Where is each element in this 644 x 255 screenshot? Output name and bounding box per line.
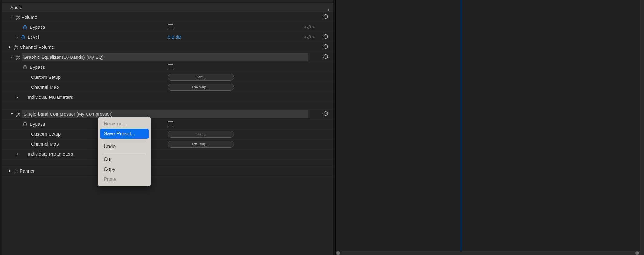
effect-name-compressor[interactable]: Single-band Compressor (My Compressor) — [22, 110, 308, 118]
effect-row-panner[interactable]: fx Panner — [2, 166, 333, 176]
effect-row-compressor[interactable]: fx Single-band Compressor (My Compressor… — [2, 109, 333, 119]
param-label: Bypass — [30, 64, 45, 70]
param-label: Channel Map — [31, 141, 59, 147]
reset-icon[interactable] — [323, 43, 329, 51]
ctx-cut[interactable]: Cut — [100, 154, 149, 164]
effect-row-eq[interactable]: fx Graphic Equalizer (10 Bands) (My EQ) … — [2, 52, 333, 62]
param-label: Channel Map — [31, 84, 59, 90]
effect-row-channel-volume[interactable]: fx Channel Volume — [2, 42, 333, 52]
ctx-separator — [103, 140, 146, 140]
stopwatch-icon-off[interactable] — [22, 121, 28, 127]
effect-menu-icon[interactable]: ▾ — [326, 112, 328, 115]
timeline-zoom-scroll[interactable] — [336, 251, 640, 255]
param-label: Level — [28, 34, 39, 40]
twisty-comp[interactable] — [9, 112, 15, 116]
fx-icon-dim[interactable]: fx — [13, 168, 20, 174]
param-label: Custom Setup — [31, 74, 61, 80]
twisty-eq[interactable] — [9, 56, 15, 59]
ctx-copy[interactable]: Copy — [100, 164, 149, 174]
zoom-handle-right[interactable] — [635, 251, 639, 255]
effect-menu-icon[interactable]: ▾ — [326, 56, 328, 58]
effect-controls-panel: Audio ▲ fx Volume Bypass ◀ ▶ — [2, 0, 333, 255]
param-label: Bypass — [30, 121, 45, 127]
param-row-comp-bypass: Bypass — [2, 119, 333, 129]
prev-keyframe-icon[interactable]: ◀ — [303, 25, 306, 29]
svg-rect-7 — [24, 65, 26, 66]
bypass-checkbox[interactable] — [168, 121, 173, 127]
param-row-volume-bypass: Bypass ◀ ▶ — [2, 22, 333, 32]
ctx-separator — [103, 153, 146, 153]
fx-icon[interactable]: fx — [15, 54, 22, 60]
param-row-eq-bypass: Bypass — [2, 62, 333, 72]
row-stub — [2, 0, 333, 3]
add-keyframe-icon[interactable] — [307, 25, 311, 29]
scroll-up-icon[interactable]: ▲ — [327, 8, 330, 12]
stopwatch-icon[interactable] — [22, 24, 28, 30]
prev-keyframe-icon[interactable]: ◀ — [303, 35, 306, 39]
svg-rect-1 — [24, 25, 26, 26]
reset-icon[interactable] — [323, 110, 329, 118]
edit-button[interactable]: Edit... — [168, 131, 234, 138]
next-keyframe-icon[interactable]: ▶ — [313, 35, 315, 39]
fx-icon[interactable]: fx — [15, 111, 22, 117]
timeline-right-strip — [640, 0, 644, 255]
param-label: Individual Parameters — [28, 151, 73, 157]
reset-icon[interactable] — [323, 13, 329, 21]
param-label: Custom Setup — [31, 131, 61, 137]
param-row-volume-level: Level 0.0 dB ◀ ▶ — [2, 32, 333, 42]
effect-name-eq[interactable]: Graphic Equalizer (10 Bands) (My EQ) — [22, 53, 308, 61]
reset-icon[interactable] — [323, 53, 329, 61]
timeline-area[interactable] — [336, 0, 644, 255]
twisty-level[interactable] — [15, 36, 20, 39]
param-row-comp-custom-setup: Custom Setup Edit... — [2, 129, 333, 139]
param-row-eq-individual[interactable]: Individual Parameters — [2, 92, 333, 102]
effect-name: Panner — [20, 168, 35, 173]
context-menu: Rename... Save Preset... Undo Cut Copy P… — [98, 117, 151, 186]
effect-row-volume[interactable]: fx Volume — [2, 12, 333, 22]
ctx-undo[interactable]: Undo — [100, 142, 149, 152]
audio-label: Audio — [9, 5, 22, 10]
spacer-row — [2, 159, 333, 166]
ctx-rename: Rename... — [100, 119, 149, 129]
param-row-eq-channel-map: Channel Map Re-map... — [2, 82, 333, 92]
twisty-individual[interactable] — [15, 96, 20, 99]
remap-button[interactable]: Re-map... — [168, 84, 234, 91]
param-row-comp-channel-map: Channel Map Re-map... — [2, 139, 333, 149]
bypass-checkbox[interactable] — [168, 24, 173, 30]
stopwatch-icon-off[interactable] — [22, 64, 28, 70]
add-keyframe-icon[interactable] — [307, 35, 311, 39]
ctx-save-preset[interactable]: Save Preset... — [100, 129, 149, 139]
ctx-paste: Paste — [100, 174, 149, 184]
zoom-handle-left[interactable] — [336, 251, 340, 255]
audio-section-header[interactable]: Audio ▲ — [2, 3, 333, 12]
svg-rect-10 — [24, 122, 26, 122]
spacer-row — [2, 102, 333, 109]
edit-button[interactable]: Edit... — [168, 74, 234, 81]
bypass-checkbox[interactable] — [168, 64, 173, 70]
twisty-individual[interactable] — [15, 152, 20, 156]
twisty-panner[interactable] — [7, 169, 13, 172]
playhead-indicator[interactable] — [461, 0, 461, 255]
level-value[interactable]: 0.0 dB — [168, 34, 181, 40]
twisty-volume[interactable] — [9, 16, 15, 19]
next-keyframe-icon[interactable]: ▶ — [313, 25, 315, 29]
keyframe-nav[interactable]: ◀ ▶ — [303, 25, 315, 29]
twisty-channel-volume[interactable] — [7, 46, 13, 49]
param-row-eq-custom-setup: Custom Setup Edit... — [2, 72, 333, 82]
keyframe-nav[interactable]: ◀ ▶ — [303, 35, 315, 39]
fx-icon[interactable]: fx — [15, 14, 22, 20]
param-row-comp-individual[interactable]: Individual Parameters — [2, 149, 333, 159]
reset-icon[interactable] — [323, 33, 329, 41]
param-label: Individual Parameters — [28, 94, 73, 100]
effect-name: Channel Volume — [20, 44, 54, 50]
svg-rect-4 — [22, 35, 24, 36]
effect-name-volume: Volume — [22, 14, 37, 20]
param-label: Bypass — [30, 24, 45, 30]
remap-button[interactable]: Re-map... — [168, 141, 234, 148]
fx-icon[interactable]: fx — [13, 44, 20, 50]
stopwatch-icon[interactable] — [20, 34, 26, 40]
